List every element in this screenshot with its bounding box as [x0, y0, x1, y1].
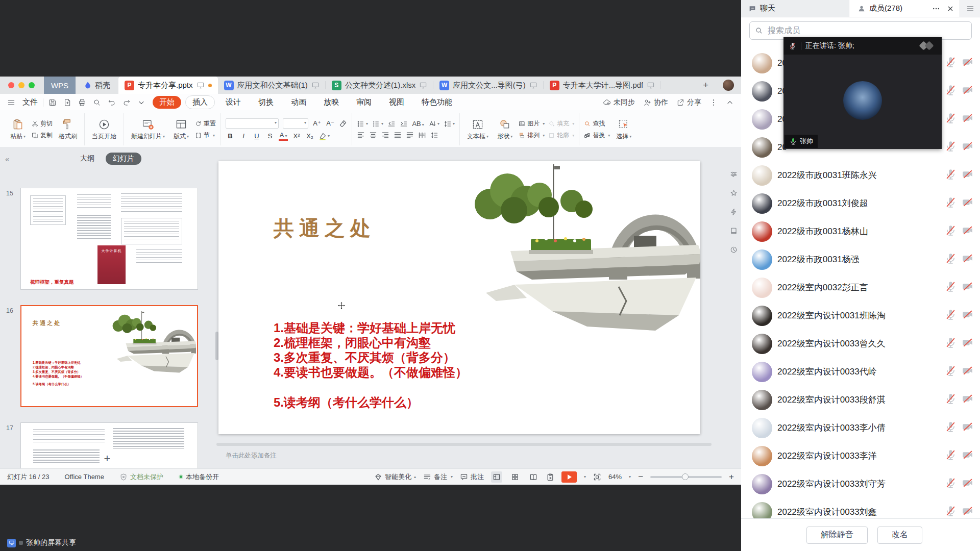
italic-button[interactable]: I [239, 132, 248, 140]
text-direction-icon[interactable] [428, 120, 439, 128]
share-button[interactable]: 分享 [676, 98, 701, 107]
mic-muted-icon[interactable] [944, 168, 957, 183]
member-row[interactable]: 2022级室内设计0033李小倩 [741, 414, 980, 442]
member-row[interactable]: 2022级室内设计0033段舒淇 [741, 386, 980, 414]
slide-point[interactable]: 4.要读书也要做题。（不做偏难怪） [274, 365, 468, 380]
tab-outline[interactable]: 大纲 [73, 153, 102, 165]
doc-tab[interactable]: P 专升本分享.pptx [118, 77, 218, 94]
mic-muted-icon[interactable] [944, 84, 957, 98]
align-center-icon[interactable] [369, 131, 377, 139]
print-preview-icon[interactable] [93, 98, 101, 107]
ribbon-tab-插入[interactable]: 插入 [185, 95, 215, 109]
panel-close-icon[interactable] [946, 5, 954, 13]
ribbon-tab-特色功能[interactable]: 特色功能 [415, 96, 459, 109]
member-row[interactable]: 2022级室内设计0031班陈淘 [741, 302, 980, 330]
superscript-button[interactable]: X² [292, 132, 301, 140]
clear-format-icon[interactable] [339, 119, 347, 128]
decrease-indent-icon[interactable] [387, 120, 396, 128]
mic-muted-icon[interactable] [944, 56, 957, 70]
reading-view-button[interactable] [528, 471, 539, 483]
numbered-list-icon[interactable] [372, 120, 383, 128]
tab-chat[interactable]: 聊天 [741, 0, 849, 17]
more-options-icon[interactable] [709, 98, 718, 107]
doc-tab[interactable]: S 公文种类分述(1).xlsx [326, 77, 433, 94]
member-row[interactable]: 2022级市政0031杨林山 [741, 217, 980, 245]
justify-icon[interactable] [394, 131, 402, 139]
quick-tools-icon[interactable] [730, 208, 738, 216]
zoom-in-button[interactable]: + [729, 472, 734, 482]
canvas-horizontal-scrollbar[interactable] [216, 443, 712, 446]
camera-muted-icon[interactable] [961, 336, 974, 351]
distribute-icon[interactable] [406, 131, 414, 139]
member-row[interactable]: 2022级室内设计0033刘守芳 [741, 470, 980, 498]
camera-muted-icon[interactable] [961, 84, 974, 98]
mic-muted-icon[interactable] [944, 364, 957, 379]
slide-title[interactable]: 共通之处 [274, 214, 376, 242]
underline-button[interactable]: U [252, 132, 261, 140]
slide-point[interactable]: 5.读考纲（考什么学什么） [274, 395, 468, 410]
export-pdf-icon[interactable] [63, 98, 71, 107]
member-row[interactable]: 2022级室内设计0033李洋 [741, 442, 980, 470]
ribbon-tab-设计[interactable]: 设计 [219, 96, 248, 109]
redo-icon[interactable] [122, 98, 131, 107]
smart-beautify-button[interactable]: 智能美化▴ [374, 472, 416, 482]
copy-button[interactable]: 复制 [32, 131, 53, 140]
tab-slides[interactable]: 幻灯片 [106, 153, 141, 165]
camera-muted-icon[interactable] [961, 224, 974, 239]
mic-muted-icon[interactable] [944, 224, 957, 239]
ribbon-tab-放映[interactable]: 放映 [317, 96, 346, 109]
ribbon-tab-动画[interactable]: 动画 [284, 96, 313, 109]
member-row[interactable]: 2022级室内设计0033刘鑫 [741, 498, 980, 518]
subscript-button[interactable]: X₂ [305, 132, 314, 140]
speaker-video[interactable]: 张帅 [783, 55, 942, 149]
print-icon[interactable] [78, 98, 86, 107]
ribbon-tab-审阅[interactable]: 审阅 [350, 96, 378, 109]
mic-muted-icon[interactable] [944, 448, 957, 463]
sync-status-button[interactable]: 未同步 [603, 98, 635, 107]
new-document-tab-button[interactable]: + [696, 77, 716, 94]
member-row[interactable]: 2022级市政0031班陈永兴 [741, 161, 980, 189]
mic-muted-icon[interactable] [944, 308, 957, 323]
align-right-icon[interactable] [381, 131, 389, 139]
mic-muted-icon[interactable] [944, 252, 957, 267]
camera-muted-icon[interactable] [961, 252, 974, 267]
play-settings-icon[interactable] [546, 473, 554, 481]
overlay-titlebar[interactable]: 正在讲话: 张帅; [783, 37, 942, 55]
bullet-list-icon[interactable] [357, 120, 368, 128]
doc-tab[interactable]: W 应用文公文...导图(弓) [433, 77, 544, 94]
camera-muted-icon[interactable] [961, 56, 974, 70]
decrease-font-button[interactable]: A⁻ [326, 119, 335, 127]
bold-button[interactable]: B [226, 132, 235, 140]
mic-muted-icon[interactable] [944, 336, 957, 351]
slide-thumbnail-15[interactable]: 大学计算机 梳理框架，重复真题 [20, 188, 198, 290]
camera-muted-icon[interactable] [961, 505, 974, 518]
mic-muted-icon[interactable] [944, 392, 957, 407]
fullscreen-icon[interactable] [593, 473, 601, 481]
camera-muted-icon[interactable] [961, 477, 974, 491]
zoom-window-button[interactable] [29, 82, 35, 88]
normal-view-button[interactable] [491, 471, 502, 483]
slide-layout-button[interactable]: 版式 [171, 117, 191, 142]
minimize-window-button[interactable] [18, 82, 24, 88]
mic-muted-icon[interactable] [944, 140, 957, 155]
save-icon[interactable] [48, 98, 57, 107]
file-menu[interactable]: 文件 [22, 97, 38, 107]
favorites-icon[interactable] [730, 189, 738, 197]
docer-store-tab[interactable]: 稻壳 [76, 77, 118, 94]
slide-canvas[interactable]: 共通之处 1.基础是关键：学好基础上岸无忧2.梳理框架，闭眼心中有沟壑3.多次重… [214, 148, 726, 468]
ribbon-tab-视图[interactable]: 视图 [382, 96, 411, 109]
arrange-button[interactable]: 排列 [519, 131, 545, 140]
reference-icon[interactable] [730, 227, 738, 235]
undo-icon[interactable] [108, 98, 116, 107]
play-from-current-button[interactable]: 当页开始 [89, 117, 119, 142]
zoom-out-button[interactable]: − [638, 472, 643, 482]
slideshow-play-button[interactable] [561, 471, 577, 483]
mic-muted-icon[interactable] [944, 505, 957, 518]
align-left-icon[interactable] [357, 131, 365, 139]
select-button[interactable]: 选择 [614, 117, 634, 142]
camera-muted-icon[interactable] [961, 308, 974, 323]
object-properties-icon[interactable] [730, 170, 738, 178]
font-color-button[interactable]: A [279, 132, 288, 141]
member-row[interactable]: 2022级市政0031杨强 [741, 245, 980, 273]
highlight-icon[interactable] [318, 132, 330, 140]
